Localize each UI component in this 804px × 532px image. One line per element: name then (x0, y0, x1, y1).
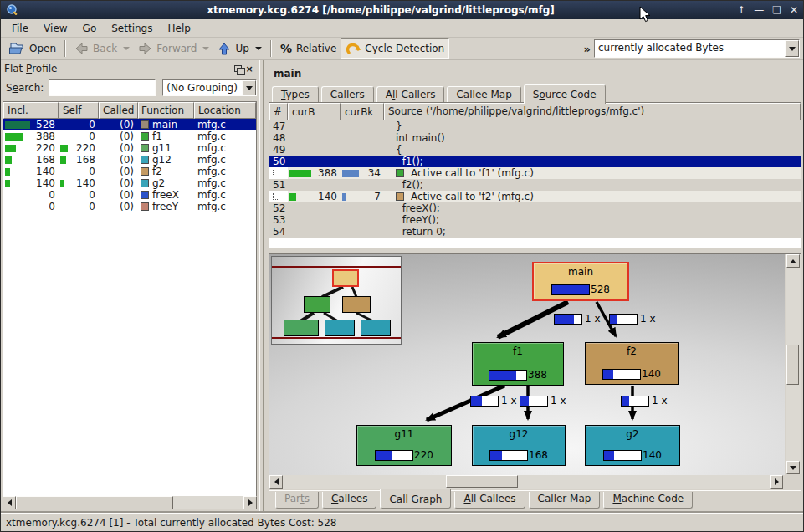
graph-hscrollbar[interactable] (269, 475, 783, 489)
tab-callers[interactable]: Callers (321, 86, 374, 103)
close-panel-button[interactable]: × (243, 64, 255, 74)
tab-callees[interactable]: Callees (322, 492, 376, 509)
incl-bar (5, 180, 10, 187)
grouping-dropdown-icon[interactable] (242, 80, 256, 95)
self-bar (60, 156, 66, 164)
col-self[interactable]: Self (59, 102, 99, 119)
shade-button[interactable]: ↑ (737, 4, 745, 16)
scroll-thumb[interactable] (16, 496, 173, 509)
curb-bar (289, 170, 311, 177)
incl-bar (5, 168, 10, 176)
source-row[interactable]: 48int main() (269, 132, 801, 144)
menu-help[interactable]: Help (160, 21, 197, 36)
tab-call-graph[interactable]: Call Graph (380, 489, 451, 509)
detach-panel-button[interactable] (232, 64, 243, 74)
table-row-f2[interactable]: 140 0 (0) f2 mfg.c (3, 166, 256, 177)
function-icon (141, 191, 149, 199)
vertical-splitter[interactable] (257, 60, 267, 511)
tab-parts[interactable]: Parts (275, 492, 319, 509)
tab-callee-map[interactable]: Callee Map (447, 86, 520, 103)
tab-all-callers[interactable]: All Callers (376, 86, 445, 103)
event-type-select[interactable]: currently allocated Bytes (594, 39, 800, 58)
scroll-right-icon[interactable] (243, 496, 257, 509)
toolbar-overflow-icon[interactable]: » (584, 43, 591, 55)
source-header: # curB curBk Source ('/home/philippe/val… (269, 103, 801, 120)
call-graph-canvas[interactable]: main 528 f1 388 f2 140 g11 220 g12 168 g… (269, 254, 785, 475)
open-button[interactable]: Open (4, 38, 60, 59)
graph-node-g11[interactable]: g11 220 (356, 425, 452, 466)
graph-overview-minimap[interactable] (271, 256, 402, 345)
curbk-bar (342, 170, 359, 177)
app-window: xtmemory.kcg.6274 [/home/philippe/valgri… (0, 0, 804, 532)
scroll-thumb[interactable] (446, 475, 518, 488)
col-incl[interactable]: Incl. (3, 102, 59, 119)
up-button[interactable]: Up (213, 38, 265, 59)
graph-node-g2[interactable]: g2 140 (585, 425, 680, 466)
table-row-freeY[interactable]: 0 0 (0) freeY mfg.c (3, 201, 256, 212)
forward-button[interactable]: Forward (134, 38, 213, 59)
source-row[interactable]: 52 freeX(); (269, 202, 801, 214)
menu-file[interactable]: File (4, 21, 36, 36)
tab-types[interactable]: Types (272, 86, 319, 103)
cycle-detection-toggle-button[interactable]: Cycle Detection (341, 38, 449, 59)
search-input[interactable] (49, 79, 156, 96)
scroll-left-icon[interactable] (269, 475, 283, 489)
back-button[interactable]: Back (70, 38, 134, 59)
combo-dropdown-icon[interactable] (785, 40, 799, 57)
menu-view[interactable]: View (36, 21, 74, 36)
source-row[interactable]: 49{ (269, 144, 801, 156)
graph-node-f1[interactable]: f1 388 (472, 342, 564, 386)
close-icon: × (245, 64, 253, 74)
source-row-selected[interactable]: 50 f1(); (269, 156, 801, 167)
tab-source-code[interactable]: Source Code (524, 84, 606, 104)
menu-go[interactable]: Go (75, 21, 105, 36)
table-row-g2[interactable]: 140 140 (0) g2 mfg.c (3, 177, 256, 189)
source-row[interactable]: 47} (269, 120, 801, 132)
tab-all-callees[interactable]: All Callees (454, 492, 525, 509)
col-line[interactable]: # (269, 103, 288, 120)
scroll-up-icon[interactable] (786, 254, 800, 268)
forward-dropdown-icon[interactable] (202, 47, 209, 50)
scroll-thumb[interactable] (786, 345, 799, 385)
graph-node-f2[interactable]: f2 140 (585, 342, 679, 385)
maximize-button[interactable]: ❏ (772, 4, 781, 16)
graph-node-main[interactable]: main 528 (532, 262, 629, 301)
relative-toggle-button[interactable]: % Relative (276, 38, 341, 59)
col-source[interactable]: Source ('/home/philippe/valgrind/littlep… (384, 103, 801, 120)
table-row-freeX[interactable]: 0 0 (0) freeX mfg.c (3, 189, 256, 201)
up-dropdown-icon[interactable] (255, 47, 262, 50)
minimap-node-g2 (361, 320, 391, 336)
menu-settings[interactable]: Settings (104, 21, 160, 36)
col-curb[interactable]: curB (288, 103, 341, 120)
minimize-button[interactable]: — (754, 4, 764, 16)
source-call-row-f2[interactable]: 140 7 Active call to 'f2' (mfg.c) (269, 191, 801, 202)
table-row-f1[interactable]: 388 0 (0) f1 mfg.c (3, 130, 256, 142)
grouping-select[interactable]: (No Grouping) (162, 79, 257, 96)
source-row[interactable]: 53 freeY(); (269, 214, 801, 226)
graph-vscrollbar[interactable] (786, 254, 801, 474)
tab-machine-code[interactable]: Machine Code (603, 492, 693, 509)
app-icon (6, 3, 19, 17)
source-row[interactable]: 54 return 0; (269, 226, 801, 238)
menubar: File View Go Settings Help (1, 19, 803, 38)
col-function[interactable]: Function (138, 102, 194, 119)
scroll-left-icon[interactable] (3, 496, 16, 509)
col-location[interactable]: Location (194, 102, 256, 119)
col-called[interactable]: Called (99, 102, 138, 119)
scroll-right-icon[interactable] (770, 475, 783, 489)
graph-node-g12[interactable]: g12 168 (472, 425, 566, 466)
table-row-g11[interactable]: 220 220 (0) g11 mfg.c (3, 142, 256, 154)
scroll-down-icon[interactable] (786, 461, 800, 474)
search-row: Search: (No Grouping) (3, 78, 257, 98)
source-row[interactable]: 51 f2(); (269, 179, 801, 191)
col-curbk[interactable]: curBk (341, 103, 384, 120)
tab-caller-map[interactable]: Caller Map (529, 492, 601, 509)
function-icon (141, 179, 149, 187)
cost-bar (375, 450, 413, 461)
source-call-row-f1[interactable]: 388 34 Active call to 'f1' (mfg.c) (269, 167, 801, 179)
flat-profile-hscrollbar[interactable] (3, 496, 257, 509)
table-row-main[interactable]: 528 0 (0) main mfg.c (3, 119, 256, 130)
close-button[interactable]: ✕ (790, 4, 798, 16)
table-row-g12[interactable]: 168 168 (0) g12 mfg.c (3, 154, 256, 166)
back-dropdown-icon[interactable] (123, 47, 130, 50)
